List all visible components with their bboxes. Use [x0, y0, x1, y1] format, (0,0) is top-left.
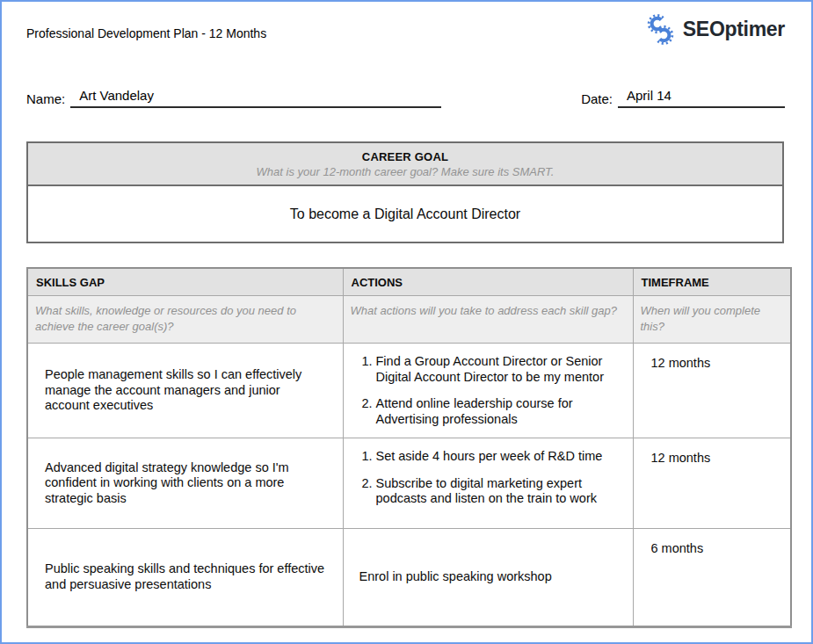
- table-row: People management skills so I can effect…: [27, 344, 791, 438]
- career-goal-heading: CAREER GOAL: [37, 150, 773, 163]
- name-input[interactable]: Art Vandelay: [70, 88, 441, 108]
- hint-timeframe: When will you complete this?: [633, 296, 791, 344]
- skills-plan-table: SKILLS GAP ACTIONS TIMEFRAME What skills…: [26, 267, 792, 628]
- column-header-skills-gap: SKILLS GAP: [27, 268, 343, 296]
- hint-skills-gap: What skills, knowledge or resources do y…: [27, 296, 343, 344]
- career-goal-hint: What is your 12-month career goal? Make …: [37, 165, 773, 178]
- gears-swirl-icon: [646, 13, 675, 46]
- actions-list: Set aside 4 hours per week of R&D time S…: [355, 449, 622, 507]
- timeframe-cell: 6 months: [633, 529, 791, 627]
- skills-gap-cell: Public speaking skills and techniques fo…: [27, 529, 343, 627]
- action-item: Subscribe to digital marketing expert po…: [376, 476, 622, 507]
- actions-list: Find a Group Account Director or Senior …: [355, 354, 622, 428]
- action-item: Find a Group Account Director or Senior …: [376, 354, 622, 385]
- date-input[interactable]: April 14: [618, 88, 785, 108]
- seoptimer-logo: SEOptimer: [646, 13, 785, 46]
- column-header-actions: ACTIONS: [343, 268, 633, 296]
- skills-gap-cell: Advanced digital strategy knowledge so I…: [27, 438, 343, 529]
- actions-cell: Set aside 4 hours per week of R&D time S…: [343, 438, 633, 529]
- fields-row: Name: Art Vandelay Date: April 14: [26, 88, 785, 108]
- skills-gap-cell: People management skills so I can effect…: [27, 344, 343, 438]
- career-goal-header: CAREER GOAL What is your 12-month career…: [28, 143, 782, 186]
- hint-actions: What actions will you take to address ea…: [343, 296, 633, 344]
- brand-name: SEOptimer: [683, 18, 785, 41]
- date-label: Date:: [581, 91, 613, 108]
- action-item: Attend online leadership course for Adve…: [376, 396, 622, 427]
- actions-cell: Enrol in public speaking workshop: [343, 529, 633, 627]
- document-page: Professional Development Plan - 12 Month…: [0, 0, 813, 644]
- timeframe-cell: 12 months: [633, 344, 791, 438]
- table-header-row: SKILLS GAP ACTIONS TIMEFRAME: [27, 268, 791, 296]
- table-hint-row: What skills, knowledge or resources do y…: [27, 296, 791, 344]
- name-field: Name: Art Vandelay: [26, 88, 441, 108]
- action-item: Set aside 4 hours per week of R&D time: [376, 449, 622, 465]
- date-field: Date: April 14: [581, 88, 785, 108]
- table-row: Public speaking skills and techniques fo…: [27, 529, 791, 627]
- career-goal-section: CAREER GOAL What is your 12-month career…: [26, 141, 784, 243]
- page-title: Professional Development Plan - 12 Month…: [26, 26, 266, 40]
- actions-cell: Find a Group Account Director or Senior …: [343, 344, 633, 438]
- timeframe-cell: 12 months: [633, 438, 791, 529]
- column-header-timeframe: TIMEFRAME: [633, 268, 791, 296]
- table-row: Advanced digital strategy knowledge so I…: [27, 438, 791, 529]
- name-label: Name:: [26, 91, 65, 108]
- career-goal-value: To become a Digital Account Director: [28, 186, 782, 242]
